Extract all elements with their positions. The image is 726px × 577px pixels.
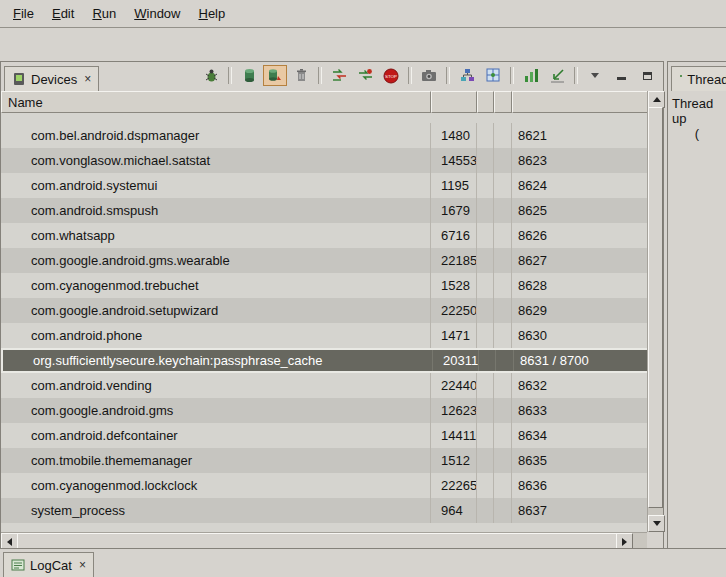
pixel-perfect-button[interactable] xyxy=(481,65,505,86)
table-row[interactable]: com.vonglasow.michael.satstat145538623 xyxy=(1,148,649,173)
update-threads-button[interactable] xyxy=(327,65,351,86)
menu-file[interactable]: File xyxy=(4,2,43,25)
cell-blank2 xyxy=(494,423,512,448)
menu-window[interactable]: Window xyxy=(125,2,189,25)
table-row[interactable]: com.whatsapp67168626 xyxy=(1,223,649,248)
cell-port: 8627 xyxy=(512,248,649,273)
cause-gc-button[interactable] xyxy=(289,65,313,86)
start-tracing-arrow-icon xyxy=(550,68,565,83)
cell-blank2 xyxy=(494,198,512,223)
cell-name: com.cyanogenmod.trebuchet xyxy=(1,273,431,298)
threads-message-line1: Thread up xyxy=(668,96,726,126)
scroll-down-button[interactable] xyxy=(648,515,665,532)
screen-capture-button[interactable] xyxy=(417,65,441,86)
update-heap-button[interactable] xyxy=(237,65,261,86)
maximize-icon xyxy=(643,72,652,80)
cell-port: 8631 / 8700 xyxy=(514,350,647,371)
debug-button[interactable] xyxy=(199,65,223,86)
menu-help[interactable]: Help xyxy=(189,2,234,25)
cell-pid: 22185 xyxy=(431,248,477,273)
tab-devices[interactable]: Devices × xyxy=(4,66,99,91)
cell-blank2 xyxy=(494,148,512,173)
vertical-scrollbar[interactable] xyxy=(647,91,663,532)
threads-panel: Threads Thread up ( xyxy=(667,61,726,549)
cell-name: com.google.android.gms.wearable xyxy=(1,248,431,273)
cell-port: 8634 xyxy=(512,423,649,448)
start-method-profiling-button[interactable] xyxy=(353,65,377,86)
cell-blank2 xyxy=(494,248,512,273)
cause-gc-trash-icon xyxy=(295,68,308,83)
cell-name: com.whatsapp xyxy=(1,223,431,248)
tab-logcat[interactable]: LogCat × xyxy=(3,552,94,577)
cell-blank1 xyxy=(477,373,494,398)
table-row[interactable]: system_process9648637 xyxy=(1,498,649,523)
close-icon[interactable]: × xyxy=(79,558,86,572)
cell-blank1 xyxy=(477,148,494,173)
column-header-port[interactable] xyxy=(512,91,649,113)
stop-process-button[interactable]: STOP xyxy=(379,65,403,86)
cell-name: system_process xyxy=(1,498,431,523)
horizontal-scrollbar[interactable] xyxy=(1,532,649,548)
table-row[interactable]: com.cyanogenmod.lockclock222658636 xyxy=(1,473,649,498)
cell-blank1 xyxy=(477,498,494,523)
system-info-button[interactable] xyxy=(519,65,543,86)
column-header-name[interactable]: Name xyxy=(1,91,431,113)
cell-port: 8637 xyxy=(512,498,649,523)
cell-name: com.android.vending xyxy=(1,373,431,398)
cell-blank2 xyxy=(494,398,512,423)
view-menu-button[interactable] xyxy=(583,65,607,86)
cell-blank1 xyxy=(477,273,494,298)
column-header-blank2[interactable] xyxy=(494,91,512,113)
column-header-blank1[interactable] xyxy=(477,91,494,113)
close-icon[interactable]: × xyxy=(84,72,91,86)
table-row[interactable]: com.android.vending224408632 xyxy=(1,373,649,398)
cell-pid: 1512 xyxy=(431,448,477,473)
table-row[interactable]: com.google.android.setupwizard222508629 xyxy=(1,298,649,323)
partial-row-spacer xyxy=(1,113,649,123)
dump-hprof-button[interactable] xyxy=(263,65,287,86)
cell-port: 8635 xyxy=(512,448,649,473)
menu-edit[interactable]: Edit xyxy=(43,2,83,25)
cell-blank1 xyxy=(477,198,494,223)
debug-icon xyxy=(204,68,219,83)
cell-pid: 6716 xyxy=(431,223,477,248)
cell-blank2 xyxy=(494,448,512,473)
column-header-pid[interactable] xyxy=(431,91,477,113)
menu-run[interactable]: Run xyxy=(83,2,125,25)
hierarchy-view-button[interactable] xyxy=(455,65,479,86)
table-row[interactable]: com.tmobile.thememanager15128635 xyxy=(1,448,649,473)
menubar-items: FileEditRunWindowHelp xyxy=(4,2,234,25)
cell-port: 8623 xyxy=(512,148,649,173)
table-row[interactable]: com.google.android.gms.wearable221858627 xyxy=(1,248,649,273)
devices-table: Name com.bel.android.dspmanager14808621c… xyxy=(1,91,663,548)
table-row[interactable]: com.android.smspush16798625 xyxy=(1,198,649,223)
cell-blank2 xyxy=(494,498,512,523)
devices-panel: Devices × xyxy=(0,61,664,549)
cell-pid: 22265 xyxy=(431,473,477,498)
table-row[interactable]: com.cyanogenmod.trebuchet15288628 xyxy=(1,273,649,298)
start-tracing-button[interactable] xyxy=(545,65,569,86)
vertical-scrollbar-thumb[interactable] xyxy=(648,107,663,508)
maximize-button[interactable] xyxy=(635,65,659,86)
cell-pid: 22250 xyxy=(431,298,477,323)
device-icon xyxy=(12,72,26,86)
table-row-selected[interactable]: org.sufficientlysecure.keychain:passphra… xyxy=(1,348,649,373)
scroll-up-button[interactable] xyxy=(648,91,665,108)
chevron-down-icon xyxy=(591,73,599,78)
table-row[interactable]: com.android.systemui11958624 xyxy=(1,173,649,198)
cell-name: com.google.android.setupwizard xyxy=(1,298,431,323)
cell-blank1 xyxy=(477,298,494,323)
cell-blank2 xyxy=(494,123,512,148)
table-row[interactable]: com.android.defcontainer144118634 xyxy=(1,423,649,448)
cell-blank1 xyxy=(477,248,494,273)
minimize-button[interactable] xyxy=(609,65,633,86)
table-row[interactable]: com.google.android.gms126238633 xyxy=(1,398,649,423)
logcat-tab-label: LogCat xyxy=(30,558,72,573)
cell-port: 8626 xyxy=(512,223,649,248)
tab-threads[interactable]: Threads xyxy=(671,66,726,91)
table-row[interactable]: com.android.phone14718630 xyxy=(1,323,649,348)
arrow-right-icon xyxy=(622,538,627,546)
table-row[interactable]: com.bel.android.dspmanager14808621 xyxy=(1,123,649,148)
toolbar-separator xyxy=(228,67,232,84)
cell-name: com.android.smspush xyxy=(1,198,431,223)
